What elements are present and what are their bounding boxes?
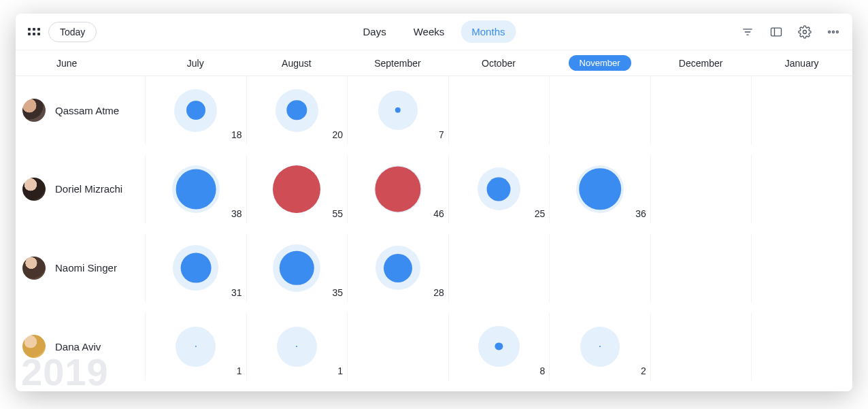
bubble [273,165,320,213]
bubble [576,323,624,370]
data-cell[interactable] [751,312,852,380]
person-name: Doriel Mizrachi [55,183,122,195]
cell-value: 8 [539,365,545,376]
range-switcher: Days Weeks Months [352,20,516,43]
month-header-september[interactable]: September [347,50,448,76]
toolbar-right [741,25,840,39]
range-weeks-button[interactable]: Weeks [403,20,456,43]
month-header-august[interactable]: August [246,50,348,76]
person-cell[interactable]: Doriel Mizrachi [16,155,145,223]
data-cell[interactable] [751,155,852,223]
bubble [273,86,320,134]
data-cell[interactable]: 35 [246,234,348,302]
months-header: June July August September October Novem… [16,50,852,76]
filter-icon[interactable] [741,25,754,39]
person-name: Dana Aviv [55,341,101,353]
data-cell[interactable]: 8 [448,312,550,380]
bubble [475,165,522,213]
cell-value: 28 [433,287,444,298]
cell-value: 18 [231,129,242,140]
person-name: Naomi Singer [55,262,117,274]
data-cell[interactable]: 36 [549,155,650,223]
range-days-button[interactable]: Days [352,20,397,43]
cell-value: 20 [333,129,344,140]
month-header-december[interactable]: December [650,50,752,76]
bubble [576,165,624,213]
range-months-button[interactable]: Months [461,20,516,43]
toolbar: Today Days Weeks Months [16,14,852,50]
avatar[interactable] [22,99,46,122]
bubble [273,323,320,370]
gear-icon[interactable] [798,25,812,39]
data-cell[interactable]: 31 [145,234,246,302]
data-cell[interactable] [549,76,650,144]
bubble [172,86,220,134]
more-icon[interactable] [827,25,840,39]
data-cell[interactable]: 20 [246,76,348,144]
data-cell[interactable] [650,76,752,144]
data-cell[interactable] [751,76,852,144]
bubble [172,165,220,213]
panel-toggle-icon[interactable] [769,25,783,39]
avatar[interactable] [22,335,46,358]
toolbar-left: Today [28,22,97,42]
data-cell[interactable] [751,234,852,302]
cell-value: 1 [237,365,242,376]
app-frame: Today Days Weeks Months June July August [16,14,852,391]
data-cell[interactable]: 25 [448,155,550,223]
month-header-january[interactable]: January [751,50,852,76]
cell-value: 38 [231,208,242,219]
data-cell[interactable]: 38 [145,155,246,223]
cell-value: 1 [337,365,343,376]
bubble [475,323,522,370]
grid-body: 2019 Qassam Atme18207Doriel Mizrachi3855… [16,76,852,391]
cell-value: 55 [333,208,344,219]
month-header-november[interactable]: November [549,50,650,76]
today-button[interactable]: Today [48,22,97,42]
cell-value: 35 [333,287,344,298]
svg-point-7 [833,31,835,33]
month-header-july[interactable]: July [145,50,246,76]
data-cell[interactable]: 1 [246,312,348,380]
data-cell[interactable] [347,312,448,380]
avatar[interactable] [22,257,46,280]
person-cell[interactable]: Naomi Singer [16,234,145,302]
data-cell[interactable]: 7 [347,76,448,144]
data-cell[interactable]: 28 [347,234,448,302]
data-cell[interactable]: 55 [246,155,348,223]
bubble [374,165,422,213]
data-cell[interactable] [549,234,650,302]
data-cell[interactable]: 46 [347,155,448,223]
cell-value: 25 [535,208,546,219]
bubble [172,323,220,370]
svg-point-5 [803,30,807,33]
cell-value: 31 [231,287,242,298]
cell-value: 36 [635,208,646,219]
data-cell[interactable] [650,155,752,223]
svg-point-8 [836,31,838,33]
svg-point-6 [829,31,831,33]
drag-handle-icon[interactable] [28,26,40,38]
month-header-october[interactable]: October [448,50,550,76]
data-cell[interactable] [650,312,752,380]
bubble [374,244,422,292]
svg-rect-3 [771,28,782,36]
cell-value: 46 [433,208,444,219]
person-cell[interactable]: Qassam Atme [16,76,145,144]
cell-value: 2 [641,365,646,376]
data-cell[interactable] [650,234,752,302]
data-cell[interactable]: 1 [145,312,246,380]
person-cell[interactable]: Dana Aviv [16,312,145,380]
data-cell[interactable]: 2 [549,312,650,380]
cell-value: 7 [439,129,444,140]
person-name: Qassam Atme [55,105,119,116]
data-cell[interactable]: 18 [145,76,246,144]
bubble [273,244,320,292]
data-cell[interactable] [448,76,550,144]
bubble [374,86,422,134]
avatar[interactable] [22,178,46,201]
month-header-june[interactable]: June [16,50,145,76]
bubble [172,244,220,292]
data-cell[interactable] [448,234,550,302]
